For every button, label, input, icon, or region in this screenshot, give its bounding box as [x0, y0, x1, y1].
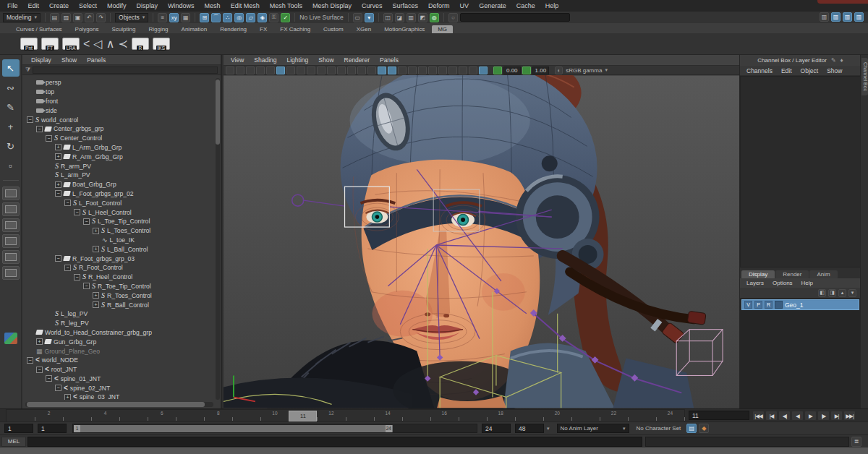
outliner-vertical-scrollbar[interactable]	[216, 78, 220, 400]
outliner-item[interactable]: −<world_NODE	[22, 356, 215, 365]
anim-layer-dropdown[interactable]: No Anim Layer ▾	[557, 424, 629, 433]
select-component-icon[interactable]: ▦	[181, 13, 190, 22]
save-scene-icon[interactable]: ▣	[73, 13, 82, 22]
camera-attributes-icon[interactable]	[246, 67, 255, 74]
shelf-tab-mg[interactable]: MG	[432, 25, 453, 33]
rig-icon[interactable]: R	[132, 38, 149, 51]
viewport-menu-item[interactable]: Shading	[250, 56, 281, 64]
outliner-item[interactable]: World_to_Head_Constrainer_grbg_grp	[22, 328, 215, 338]
outliner-item[interactable]: −<root_JNT	[22, 365, 215, 374]
playback-end-field[interactable]: 24	[482, 424, 511, 433]
playback-start-field[interactable]: 1	[38, 424, 67, 433]
layer-editor-menu-item[interactable]: Layers	[743, 280, 767, 286]
shelf-tab-fx-caching[interactable]: FX Caching	[274, 25, 316, 33]
create-layer-from-selected-icon[interactable]: ◨	[828, 289, 836, 297]
expand-toggle-icon[interactable]: +	[36, 338, 43, 345]
pane-graph-layout-button[interactable]	[2, 250, 20, 264]
pin-icon[interactable]: ♦	[841, 57, 843, 64]
safe-action-icon[interactable]	[347, 67, 356, 74]
outliner-search-input[interactable]	[33, 67, 218, 74]
make-live-icon[interactable]: ◈	[258, 13, 267, 22]
pane-split-layout-button[interactable]	[2, 234, 20, 248]
outliner-menu-item[interactable]: Show	[57, 56, 81, 64]
expand-toggle-icon[interactable]: −	[55, 255, 61, 262]
lock-camera-icon[interactable]	[236, 67, 244, 74]
expand-toggle-icon[interactable]: +	[64, 394, 71, 400]
expand-toggle-icon[interactable]: −	[46, 135, 52, 142]
outliner-item[interactable]: +SL_Ball_Control	[22, 244, 215, 254]
outliner-item[interactable]: −<spine_01_JNT	[22, 374, 215, 384]
menu-item[interactable]: Mesh Tools	[265, 1, 307, 10]
animation-preferences-icon[interactable]: ▤	[686, 424, 697, 433]
expand-toggle-icon[interactable]: −	[55, 385, 61, 391]
script-editor-icon[interactable]: ≣	[851, 437, 861, 447]
viewport-menu-item[interactable]: View	[226, 56, 248, 64]
selection-mask-selector[interactable]: Objects ▾	[115, 13, 148, 22]
shelf-tab-rigging[interactable]: Rigging	[142, 25, 174, 33]
viewport-canvas[interactable]	[224, 75, 739, 408]
snap-grid-icon[interactable]: ⊞	[200, 13, 209, 22]
outliner-item[interactable]: ∿L_toe_IK	[22, 236, 215, 245]
workspace-selector[interactable]: Modeling ▾	[3, 13, 41, 22]
command-input[interactable]	[27, 437, 642, 447]
create-joint-icon[interactable]: <	[83, 35, 90, 53]
select-camera-icon[interactable]	[226, 67, 234, 74]
menu-item[interactable]: Create	[45, 1, 73, 10]
outliner-item[interactable]: −Center_grbgs_grp	[22, 124, 215, 134]
animation-end-field[interactable]: 48	[515, 424, 544, 433]
four-pane-layout-button[interactable]	[2, 202, 20, 216]
menu-item[interactable]: Mesh Display	[308, 1, 356, 10]
modeling-toolkit-toggle-icon[interactable]: ▥	[854, 12, 864, 22]
range-bar[interactable]: 1 24	[72, 424, 477, 433]
xray-icon[interactable]	[469, 67, 477, 74]
shaded-icon[interactable]	[378, 67, 386, 74]
outliner-item[interactable]: +SR_Toes_Control	[22, 291, 215, 300]
outliner-item[interactable]: −SCenter_Control	[22, 134, 215, 143]
expand-toggle-icon[interactable]: −	[36, 126, 43, 132]
expand-toggle-icon[interactable]: −	[64, 265, 71, 271]
outliner-item[interactable]: SL_leg_PV	[22, 309, 215, 319]
render-current-frame-icon[interactable]: ▾	[365, 13, 374, 22]
layer-editor-tab-render[interactable]: Render	[775, 270, 809, 278]
safe-title-icon[interactable]	[357, 67, 366, 74]
layer-row[interactable]: VPRGeo_1	[741, 299, 859, 310]
outliner-menu-item[interactable]: Panels	[82, 56, 110, 64]
outliner-item[interactable]: persp	[22, 78, 215, 87]
menu-item[interactable]: Surfaces	[388, 1, 423, 10]
menu-item[interactable]: Curves	[357, 1, 387, 10]
snap-point-icon[interactable]: ∴	[223, 13, 232, 22]
chevron-down-icon[interactable]: ▾	[547, 426, 550, 432]
outliner-item[interactable]: −<spine_02_JNT	[22, 383, 215, 393]
view-transform-dropdown[interactable]: ◐ sRGB gamma ▾	[555, 67, 608, 74]
2d-pan-zoom-icon[interactable]	[276, 67, 285, 74]
select-tool[interactable]: ↖	[2, 59, 20, 77]
expand-toggle-icon[interactable]: +	[93, 301, 99, 308]
outliner-item[interactable]: +Boat_Grbg_Grp	[22, 180, 215, 189]
current-frame-field[interactable]: 11	[689, 411, 749, 420]
redo-icon[interactable]: ↷	[96, 13, 106, 22]
snap-projected-center-icon[interactable]: ◎	[234, 13, 244, 22]
channel-box-side-tab[interactable]: Channel Box	[861, 58, 868, 95]
render-settings-icon[interactable]: ▥	[407, 13, 416, 22]
menu-item[interactable]: Deform	[424, 1, 454, 10]
channel-box-menu-item[interactable]: Object	[797, 67, 822, 74]
fit-tool-icon[interactable]: FT	[41, 38, 59, 51]
shelf-tab-animation[interactable]: Animation	[176, 25, 213, 33]
layer-toggle-p[interactable]: P	[754, 301, 762, 309]
expand-toggle-icon[interactable]: +	[93, 292, 99, 299]
expand-toggle-icon[interactable]: −	[27, 116, 33, 123]
outliner-item[interactable]: −SL_Foot_Control	[22, 198, 215, 207]
image-plane-icon[interactable]	[266, 67, 275, 74]
go-to-end-button[interactable]: ▶▶|	[843, 411, 856, 421]
select-object-icon[interactable]: xy	[169, 13, 179, 22]
shadows-icon[interactable]	[408, 67, 417, 74]
layer-editor-tab-anim[interactable]: Anim	[809, 270, 837, 278]
expand-toggle-icon[interactable]: −	[27, 357, 33, 364]
gamma-value[interactable]: 1.00	[532, 67, 550, 74]
menu-item[interactable]: Mesh	[200, 1, 225, 10]
play-forwards-button[interactable]: ▶	[804, 411, 817, 421]
outliner-item[interactable]: −SR_Foot_Control	[22, 263, 215, 273]
channel-box-menu-item[interactable]: Show	[823, 67, 846, 74]
viewport-menu-item[interactable]: Lighting	[282, 56, 312, 64]
ik-spline-icon[interactable]: IKS	[153, 38, 170, 51]
